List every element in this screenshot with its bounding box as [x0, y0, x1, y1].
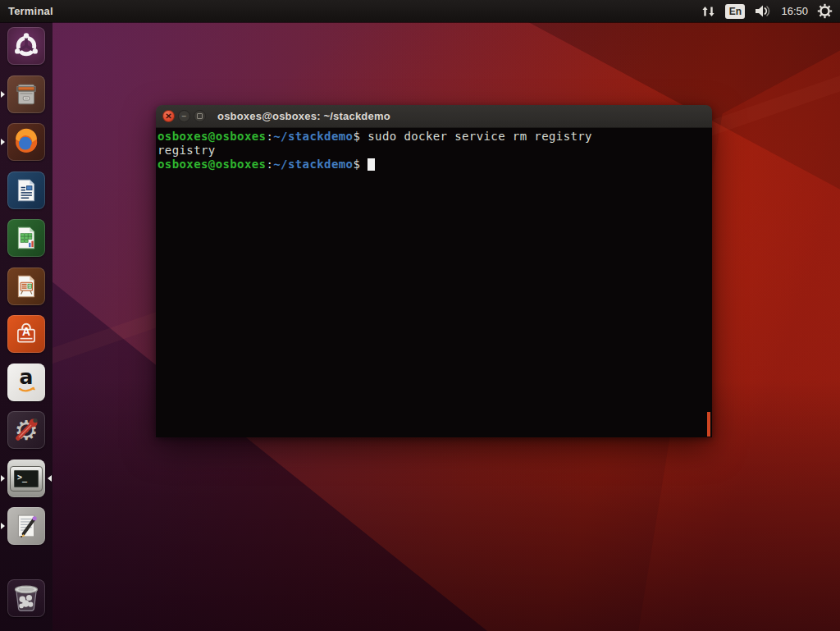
running-indicator — [1, 91, 5, 98]
launcher-item-writer[interactable] — [0, 171, 52, 209]
output-text: registry — [158, 144, 216, 157]
running-indicator — [1, 139, 5, 145]
launcher-item-impress[interactable] — [0, 267, 52, 305]
keyboard-layout-indicator[interactable]: En — [725, 4, 745, 19]
active-app-title: Terminal — [8, 5, 53, 17]
launcher-item-calc[interactable] — [0, 219, 52, 257]
minimize-button[interactable]: − — [178, 110, 190, 122]
network-arrows-icon[interactable] — [701, 5, 716, 18]
top-panel: Terminal En 16:50 — [0, 0, 840, 22]
system-tray: En 16:50 — [701, 3, 840, 19]
focused-indicator — [48, 475, 52, 482]
terminal-line: registry — [158, 144, 712, 158]
terminal-output-area[interactable]: osboxes@osboxes:~/stackdemo$sudo docker … — [156, 128, 712, 437]
wrench-icon — [7, 411, 45, 449]
launcher-item-settings[interactable]: ⚙ — [0, 411, 52, 449]
window-title: osboxes@osboxes: ~/stackdemo — [217, 110, 390, 122]
running-indicator — [1, 475, 5, 482]
libreoffice-writer-icon — [12, 176, 40, 204]
libreoffice-impress-icon — [12, 272, 40, 300]
text-editor-icon — [11, 511, 41, 541]
ubuntu-logo-icon — [12, 32, 40, 60]
launcher-item-trash[interactable] — [0, 579, 52, 617]
trash-icon — [11, 582, 42, 615]
libreoffice-calc-icon — [12, 224, 40, 252]
file-manager-icon — [12, 80, 40, 108]
session-gear-icon[interactable] — [817, 3, 833, 19]
volume-icon[interactable] — [754, 4, 772, 18]
firefox-icon — [11, 127, 41, 157]
software-letter: A — [22, 325, 30, 338]
close-button[interactable]: ✕ — [162, 110, 175, 122]
terminal-cursor — [368, 158, 375, 171]
terminal-line: osboxes@osboxes:~/stackdemo$ — [158, 158, 712, 171]
window-titlebar[interactable]: ✕ − osboxes@osboxes: ~/stackdemo — [156, 105, 712, 128]
launcher-item-text-editor[interactable] — [0, 507, 52, 545]
launcher-item-amazon[interactable]: a — [0, 364, 52, 401]
launcher-item-terminal[interactable]: >_ — [0, 460, 52, 497]
terminal-icon: >_ — [10, 466, 43, 492]
unity-launcher: A a ⚙ — [0, 22, 52, 631]
terminal-window: ✕ − osboxes@osboxes: ~/stackdemo osboxes… — [156, 105, 712, 437]
terminal-line: osboxes@osboxes:~/stackdemo$sudo docker … — [158, 130, 712, 144]
launcher-item-software[interactable]: A — [0, 315, 52, 353]
running-indicator — [1, 523, 5, 529]
launcher-item-files[interactable] — [0, 75, 52, 113]
amazon-swoosh-icon — [12, 368, 40, 396]
launcher-item-firefox[interactable] — [0, 123, 52, 161]
desktop: Terminal En 16:50 — [0, 0, 840, 631]
terminal-scrollbar[interactable] — [707, 412, 710, 437]
launcher-item-dash[interactable] — [0, 27, 52, 65]
clock[interactable]: 16:50 — [781, 5, 808, 17]
command-text: sudo docker service rm registry — [368, 130, 592, 143]
maximize-button[interactable] — [194, 110, 206, 122]
